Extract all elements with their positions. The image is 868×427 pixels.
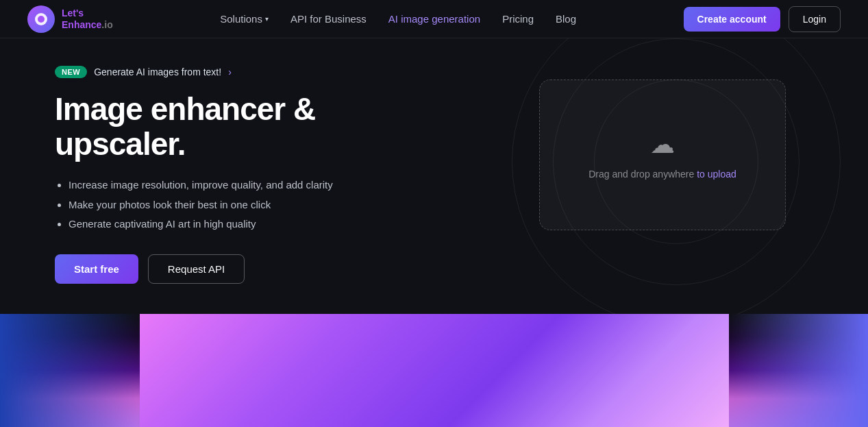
new-badge: NEW	[55, 66, 87, 78]
bullet-1: Increase image resolution, improve quali…	[69, 178, 411, 193]
hero-section: NEW Generate AI images from text! › Imag…	[0, 38, 868, 314]
upload-link[interactable]: to upload	[697, 169, 736, 180]
upload-dropzone[interactable]: ☁ Drag and drop anywhere to upload	[539, 80, 786, 230]
upload-area-wrapper: ☁ Drag and drop anywhere to upload	[539, 66, 827, 230]
bullet-2: Make your photos look their best in one …	[69, 197, 411, 213]
start-free-button[interactable]: Start free	[55, 254, 138, 284]
nav-pricing[interactable]: Pricing	[502, 13, 534, 25]
bottom-section	[0, 314, 868, 427]
nav-links: Solutions ▾ API for Business AI image ge…	[220, 13, 576, 25]
request-api-button[interactable]: Request API	[148, 254, 245, 284]
arrow-icon: ›	[228, 66, 232, 77]
nav-solutions[interactable]: Solutions ▾	[220, 13, 269, 25]
gradient-band	[0, 314, 868, 427]
new-badge-row: NEW Generate AI images from text! ›	[55, 66, 411, 78]
hero-content: NEW Generate AI images from text! › Imag…	[55, 66, 411, 284]
upload-text: Drag and drop anywhere to upload	[588, 169, 736, 180]
login-button[interactable]: Login	[789, 6, 841, 32]
logo-icon	[27, 5, 55, 33]
nav-blog[interactable]: Blog	[556, 13, 576, 25]
hero-cta: Start free Request API	[55, 254, 411, 284]
navbar: Let'sEnhance.io Solutions ▾ API for Busi…	[0, 0, 868, 38]
hero-bullets: Increase image resolution, improve quali…	[55, 178, 411, 232]
hero-title: Image enhancer & upscaler.	[55, 92, 411, 161]
logo-text: Let'sEnhance.io	[62, 8, 113, 31]
gradient-image	[140, 314, 729, 427]
side-gradient-left	[0, 314, 137, 427]
nav-api[interactable]: API for Business	[290, 13, 367, 25]
create-account-button[interactable]: Create account	[684, 7, 780, 32]
nav-ai-image[interactable]: AI image generation	[388, 13, 480, 25]
new-badge-text: Generate AI images from text!	[94, 66, 221, 77]
logo[interactable]: Let'sEnhance.io	[27, 5, 113, 33]
svg-point-1	[38, 16, 45, 23]
bullet-3: Generate captivating AI art in high qual…	[69, 217, 411, 232]
navbar-actions: Create account Login	[684, 6, 841, 32]
side-gradient-right	[731, 314, 868, 427]
chevron-down-icon: ▾	[265, 15, 269, 23]
upload-icon: ☁	[650, 130, 675, 159]
